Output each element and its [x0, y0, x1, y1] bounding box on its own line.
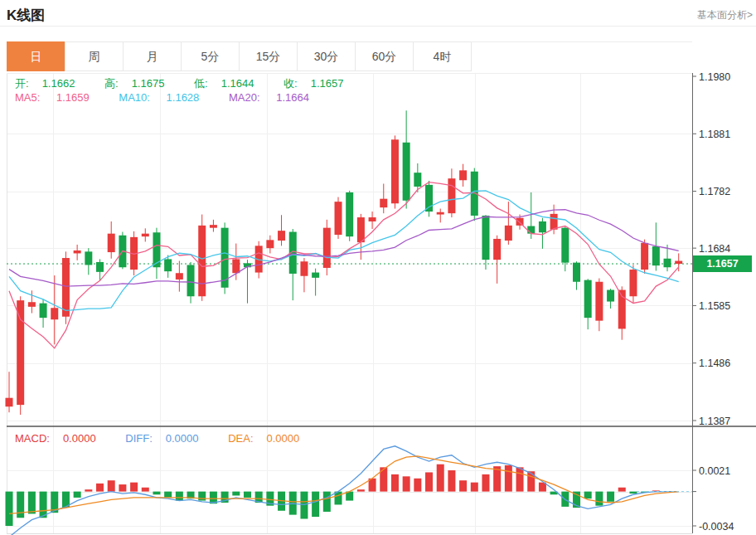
macd-label: MACD: [15, 432, 50, 445]
low-value: 1.1644 [221, 77, 254, 90]
high-value: 1.1675 [132, 77, 165, 90]
svg-text:1.1782: 1.1782 [699, 186, 730, 197]
svg-text:1.1585: 1.1585 [699, 300, 730, 312]
open-value: 1.1662 [42, 77, 75, 90]
svg-text:1.1980: 1.1980 [699, 71, 730, 83]
macd-legend: MACD:0.0000 DIFF:0.0000 DEA:0.0000 [15, 432, 326, 445]
svg-text:1.1387: 1.1387 [699, 416, 730, 427]
dea-label: DEA: [228, 432, 253, 445]
current-price-badge: 1.1657 [693, 255, 752, 272]
dea-value: 0.0000 [267, 432, 300, 445]
svg-text:1.1486: 1.1486 [699, 357, 730, 369]
low-label: 低: [194, 77, 208, 90]
open-label: 开: [15, 77, 29, 90]
kline-page: K线图 基本面分析> 日 周 月 5分 15分 30分 60分 4时 1.198… [0, 0, 756, 535]
ma20-value: 1.1664 [276, 91, 309, 104]
macd-value: 0.0000 [63, 432, 96, 445]
ma20-label: MA20: [229, 91, 260, 104]
ma10-label: MA10: [119, 91, 150, 104]
ma5-label: MA5: [15, 91, 40, 104]
diff-label: DIFF: [125, 432, 153, 445]
high-label: 高: [104, 77, 119, 90]
ohlc-legend: 开:1.1662 高:1.1675 低:1.1644 收:1.1657 [15, 76, 370, 91]
svg-text:0.0021: 0.0021 [699, 465, 730, 477]
close-value: 1.1657 [311, 77, 344, 90]
close-label: 收: [284, 77, 298, 90]
diff-value: 0.0000 [166, 432, 199, 445]
svg-text:1.1684: 1.1684 [699, 243, 730, 255]
ma5-value: 1.1659 [56, 91, 90, 104]
ma-legend: MA5: 1.1659 MA10: 1.1628 MA20: 1.1664 [15, 91, 336, 104]
svg-text:1.1881: 1.1881 [699, 129, 730, 140]
svg-text:-0.0034: -0.0034 [699, 521, 734, 533]
ma10-value: 1.1628 [167, 91, 200, 104]
